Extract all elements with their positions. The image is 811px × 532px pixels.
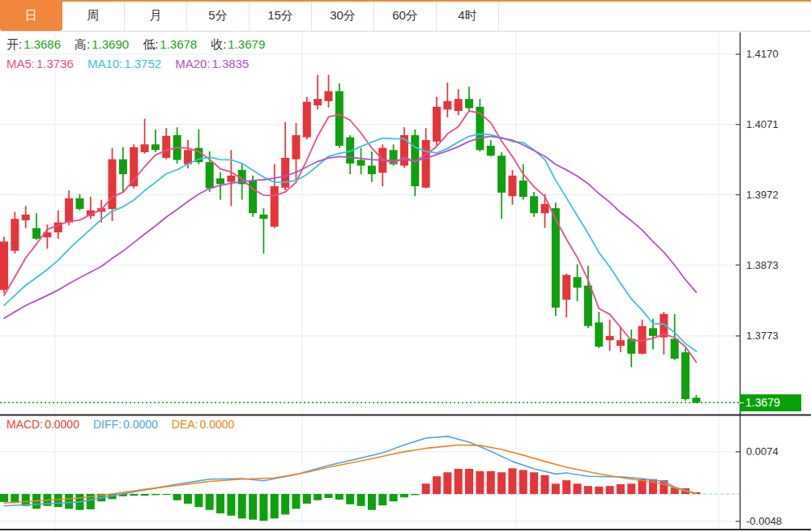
price-tick-5: 1.3773 (746, 330, 779, 342)
macd-tick-1: 0.0074 (746, 445, 779, 458)
top-accent-line (0, 0, 811, 2)
price-tick-1: 1.4170 (746, 48, 779, 60)
gridlines-layer (0, 32, 740, 529)
price-tick-4: 1.3873 (746, 259, 779, 271)
tab-day[interactable]: 日 (0, 0, 62, 31)
tab-60min[interactable]: 60分 (374, 0, 437, 31)
tab-15min[interactable]: 15分 (250, 0, 312, 31)
candlestick-macd-chart (0, 0, 811, 532)
tab-week[interactable]: 周 (62, 0, 125, 31)
tab-month[interactable]: 月 (125, 0, 187, 31)
tab-30min[interactable]: 30分 (312, 0, 374, 31)
price-tick-2: 1.4071 (746, 118, 779, 130)
tab-4hour[interactable]: 4时 (437, 0, 499, 31)
tab-5min[interactable]: 5分 (187, 0, 250, 31)
period-tabbar: 日 周 月 5分 15分 30分 60分 4时 (0, 0, 811, 32)
axes-layer (0, 32, 811, 530)
current-price-value: 1.3679 (745, 394, 780, 411)
price-tick-3: 1.3972 (746, 189, 779, 201)
price-tick-dash (740, 402, 744, 403)
reference-lines-layer (0, 402, 740, 494)
current-price-tag: 1.3679 (740, 394, 801, 411)
trading-chart-window: 日 周 月 5分 15分 30分 60分 4时 开:1.3686 高:1.369… (0, 0, 811, 532)
macd-tick-2: -0.0048 (746, 515, 782, 527)
